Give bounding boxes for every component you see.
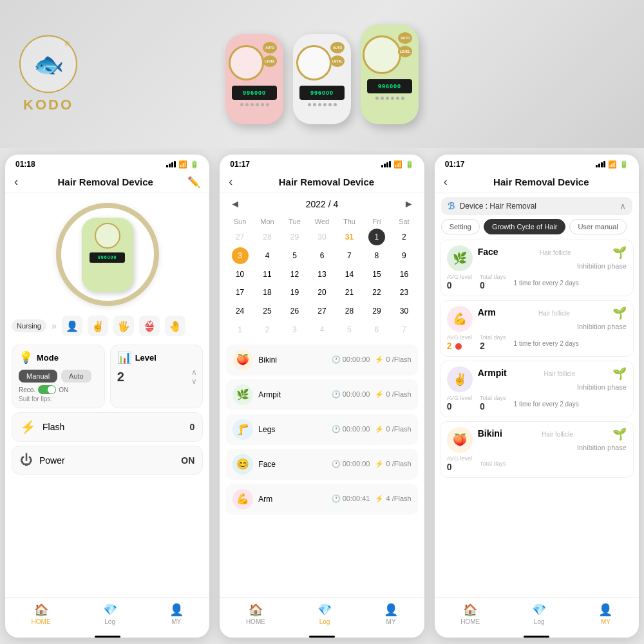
tab-v[interactable]: ✌️ [88,316,108,336]
cal-day-today[interactable]: 3 [232,247,249,264]
chevron-down-icon[interactable]: ∨ [191,377,197,385]
cal-day-selected[interactable]: 1 [368,229,385,245]
cal-day[interactable]: 28 [336,302,363,321]
activity-armpit[interactable]: 🌿 Armpit 🕐 00:00:00 ⚡ 0 /Flash [226,379,417,410]
cal-day[interactable]: 2 [390,228,417,247]
chevron-up-icon[interactable]: ∧ [191,368,197,376]
cal-day[interactable]: 12 [281,265,308,284]
cal-day[interactable]: 22 [363,283,390,302]
cal-day[interactable]: 18 [254,283,281,302]
cal-day[interactable]: 30 [390,302,417,321]
cal-day[interactable]: 5 [281,247,308,265]
cal-day[interactable]: 14 [336,265,363,284]
nav-my[interactable]: 👤 MY [598,603,612,625]
bt-chevron-icon[interactable]: ∧ [620,201,626,211]
tab-person[interactable]: 👤 [62,316,82,336]
tab-growth-cycle[interactable]: Growth Cycle of Hair [484,219,565,234]
cal-day[interactable]: 16 [390,265,417,284]
arm-name: Arm [478,307,496,317]
nav-log[interactable]: 💎 Log [103,603,117,625]
cal-day[interactable]: 26 [281,302,308,321]
cal-day[interactable]: 25 [254,302,281,321]
body-part-bikini[interactable]: 🍑 Bikini Hair follicle 🌱 Inhibition phas… [440,421,634,478]
body-part-armpit[interactable]: ✌️ Armpit Hair follicle 🌱 Inhibition pha… [440,361,634,417]
nursing-button[interactable]: Nursing [12,319,46,332]
nav-log[interactable]: 💎 Log [317,603,332,625]
cal-day[interactable]: 24 [226,302,253,321]
back-button[interactable]: ‹ [14,175,18,189]
phone1-screen: 01:18 📶 🔋 ‹ Hair Removal Device ✏️ [5,155,209,638]
cal-day[interactable]: 20 [308,283,336,302]
nav-home[interactable]: 🏠 HOME [32,603,51,625]
reco-toggle[interactable] [38,385,56,394]
phones-area: 01:18 📶 🔋 ‹ Hair Removal Device ✏️ [0,148,644,644]
log-label: Log [104,618,115,625]
manual-mode-button[interactable]: Manual [19,370,57,383]
cal-day[interactable]: 4 [254,247,281,265]
cal-day[interactable]: 13 [308,265,336,284]
bikini-name: Bikini [478,428,502,439]
cal-day[interactable]: 23 [390,283,417,302]
device-body-white: AUTO LEVEL 996000 [293,34,351,124]
cal-day[interactable]: 6 [308,247,336,265]
face-avg-level: AVG level 0 [447,274,472,290]
cal-day[interactable]: 21 [336,283,363,302]
tab-setting[interactable]: Setting [441,219,480,234]
cal-day[interactable]: 2 [254,321,281,339]
cal-next-button[interactable]: ► [404,198,414,210]
armpit-info: Armpit Hair follicle 🌱 Inhibition phase [478,366,627,392]
back-button[interactable]: ‹ [444,175,448,189]
inner-device: 996000 [82,218,133,292]
cal-day[interactable]: 29 [281,228,308,247]
cal-day[interactable]: 30 [308,228,336,247]
nav-my[interactable]: 👤 MY [169,603,184,625]
armpit-stats: AVG level 0 Total days 0 1 time for ever… [447,395,627,412]
activity-legs[interactable]: 🦵 Legs 🕐 00:00:00 ⚡ 0 /Flash [226,414,417,445]
activity-bikini[interactable]: 🍑 Bikini 🕐 00:00:00 ⚡ 0 /Flash [226,345,417,375]
device-buttons: AUTO LEVEL [263,42,277,67]
cal-day[interactable]: 4 [308,321,336,339]
cal-day[interactable]: 3 [281,321,308,339]
edit-icon[interactable]: ✏️ [187,176,200,188]
cal-day[interactable]: 1 [226,321,253,339]
cal-day[interactable]: 15 [363,265,390,284]
cal-day[interactable]: 27 [308,302,336,321]
flash-icon: ⚡ [20,419,36,435]
cal-day[interactable]: 28 [254,228,281,247]
cal-day[interactable]: 10 [226,265,253,284]
tab-user-manual[interactable]: User manual [569,219,626,234]
nav-home[interactable]: 🏠 HOME [246,603,265,625]
calendar-month: 2022 / 4 [306,199,339,209]
face-flash: ⚡ 0 /Flash [375,460,411,468]
body-part-face[interactable]: 🌿 Face Hair follicle 🌱 Inhibition phase [440,240,634,296]
cal-day[interactable]: 29 [363,302,390,321]
nav-log[interactable]: 💎 Log [532,603,546,625]
face-stats: AVG level 0 Total days 0 1 time for ever… [447,274,627,290]
nav-home[interactable]: 🏠 HOME [460,603,480,625]
cal-day[interactable]: 17 [226,283,253,302]
cal-day[interactable]: 8 [363,247,390,265]
nav-my[interactable]: 👤 MY [384,603,398,625]
home-icon: 🏠 [34,603,48,617]
activity-arm[interactable]: 💪 Arm 🕐 00:00:41 ⚡ 4 /Flash [226,484,417,515]
tab-bikini[interactable]: 👙 [139,316,160,336]
back-button[interactable]: ‹ [229,175,232,189]
level-header: 📊 Level [117,350,196,365]
auto-mode-button[interactable]: Auto [61,370,91,383]
tab-hand[interactable]: 🖐️ [113,316,134,336]
cal-day[interactable]: 19 [281,283,308,302]
cal-day[interactable]: 9 [390,247,417,265]
cal-day[interactable]: 31 [336,228,363,247]
my-label: MY [601,618,611,625]
body-part-arm[interactable]: 💪 Arm Hair follicle 🌱 Inhibition phase [440,300,634,357]
cal-day[interactable]: 7 [336,247,363,265]
cal-prev-button[interactable]: ◄ [230,198,240,210]
cal-day[interactable]: 27 [226,228,253,247]
cal-day[interactable]: 7 [390,321,417,339]
activity-face[interactable]: 😊 Face 🕐 00:00:00 ⚡ 0 /Flash [226,449,417,480]
cal-day[interactable]: 11 [254,265,281,284]
cal-day[interactable]: 6 [363,321,390,339]
cal-day[interactable]: 5 [336,321,363,339]
arm-time: 🕐 00:00:41 [332,495,370,503]
tab-arm[interactable]: 🤚 [165,316,185,336]
